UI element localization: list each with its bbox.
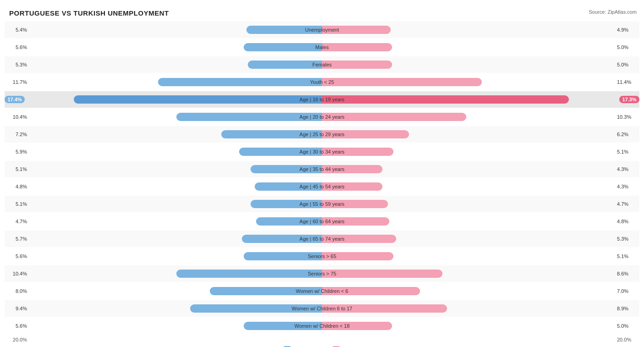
chart-row: 4.7%Age | 60 to 64 years4.8% bbox=[5, 213, 639, 230]
left-value: 10.4% bbox=[5, 114, 30, 120]
chart-row: 5.6%Males5.0% bbox=[5, 39, 639, 55]
left-value: 4.8% bbox=[5, 184, 30, 189]
right-value: 4.7% bbox=[614, 201, 639, 207]
chart-row: 4.8%Age | 45 to 54 years4.3% bbox=[5, 178, 639, 195]
chart-area: 5.4%Unemployment4.9%5.6%Males5.0%5.3%Fem… bbox=[5, 22, 639, 334]
right-value: 4.3% bbox=[614, 184, 639, 189]
bar-right bbox=[322, 95, 569, 104]
axis-left-label: 20.0% bbox=[5, 337, 30, 342]
right-value: 17.3% bbox=[619, 96, 639, 103]
axis-right-label: 20.0% bbox=[614, 337, 639, 342]
bars-center: Age | 60 to 64 years bbox=[30, 213, 614, 230]
bars-center: Women w/ Children < 6 bbox=[30, 283, 614, 299]
bar-left bbox=[176, 270, 322, 278]
chart-row: 5.3%Females5.0% bbox=[5, 56, 639, 73]
left-value: 5.7% bbox=[5, 236, 30, 242]
bars-center: Females bbox=[30, 56, 614, 73]
bars-center: Unemployment bbox=[30, 22, 614, 38]
bars-center: Age | 16 to 19 years bbox=[25, 91, 619, 108]
left-value: 5.6% bbox=[5, 323, 30, 329]
chart-row: 8.0%Women w/ Children < 67.0% bbox=[5, 283, 639, 299]
bars-center: Age | 55 to 59 years bbox=[30, 196, 614, 212]
bar-label: Age | 35 to 44 years bbox=[300, 166, 344, 172]
left-value: 11.7% bbox=[5, 79, 30, 85]
bar-right bbox=[322, 61, 392, 69]
source-label: Source: ZipAtlas.com bbox=[589, 9, 637, 15]
left-value: 9.4% bbox=[5, 306, 30, 311]
chart-title: PORTUGUESE VS TURKISH UNEMPLOYMENT bbox=[5, 9, 639, 17]
right-value: 4.3% bbox=[614, 166, 639, 172]
bar-label: Youth < 25 bbox=[310, 79, 334, 85]
left-value: 4.7% bbox=[5, 219, 30, 224]
right-value: 5.3% bbox=[614, 236, 639, 242]
chart-row: 5.1%Age | 55 to 59 years4.7% bbox=[5, 196, 639, 212]
chart-row: 5.6%Seniors > 655.1% bbox=[5, 248, 639, 264]
left-value: 7.2% bbox=[5, 132, 30, 137]
left-value: 5.6% bbox=[5, 253, 30, 259]
bar-right bbox=[322, 43, 392, 51]
right-value: 8.9% bbox=[614, 306, 639, 311]
bar-right bbox=[322, 78, 482, 86]
bar-label: Unemployment bbox=[305, 27, 339, 33]
chart-row: 5.1%Age | 35 to 44 years4.3% bbox=[5, 161, 639, 177]
bar-label: Age | 45 to 54 years bbox=[300, 184, 344, 189]
bar-label: Age | 65 to 74 years bbox=[300, 236, 344, 242]
right-value: 8.6% bbox=[614, 271, 639, 276]
right-value: 7.0% bbox=[614, 288, 639, 294]
left-value: 8.0% bbox=[5, 288, 30, 294]
left-value: 5.1% bbox=[5, 201, 30, 207]
right-value: 4.8% bbox=[614, 219, 639, 224]
bars-center: Males bbox=[30, 39, 614, 55]
bars-center: Youth < 25 bbox=[30, 74, 614, 90]
right-value: 5.0% bbox=[614, 44, 639, 50]
bar-label: Age | 30 to 34 years bbox=[300, 149, 344, 154]
bars-center: Age | 45 to 54 years bbox=[30, 178, 614, 195]
bars-center: Age | 20 to 24 years bbox=[30, 109, 614, 125]
chart-row: 10.4%Seniors > 758.6% bbox=[5, 265, 639, 282]
bars-center: Age | 25 to 29 years bbox=[30, 126, 614, 143]
chart-row: 5.6%Women w/ Children < 185.0% bbox=[5, 318, 639, 334]
bars-center: Women w/ Children 6 to 17 bbox=[30, 300, 614, 317]
chart-row: 5.7%Age | 65 to 74 years5.3% bbox=[5, 231, 639, 247]
bar-label: Age | 55 to 59 years bbox=[300, 201, 344, 207]
left-value: 5.1% bbox=[5, 166, 30, 172]
right-value: 5.0% bbox=[614, 323, 639, 329]
chart-row: 5.4%Unemployment4.9% bbox=[5, 22, 639, 38]
right-value: 4.9% bbox=[614, 27, 639, 33]
bar-label: Seniors > 75 bbox=[308, 271, 336, 276]
right-value: 5.0% bbox=[614, 62, 639, 67]
bar-label: Age | 25 to 29 years bbox=[300, 132, 344, 137]
right-value: 11.4% bbox=[614, 79, 639, 85]
bar-label: Males bbox=[315, 44, 328, 50]
left-value: 17.4% bbox=[5, 96, 25, 103]
bar-left bbox=[74, 95, 322, 104]
bar-left bbox=[248, 61, 322, 69]
bars-center: Women w/ Children < 18 bbox=[30, 318, 614, 334]
bar-label: Women w/ Children < 6 bbox=[296, 288, 348, 294]
bar-label: Age | 60 to 64 years bbox=[300, 219, 344, 224]
chart-row: 17.4%Age | 16 to 19 years17.3% bbox=[5, 91, 639, 108]
chart-row: 5.9%Age | 30 to 34 years5.1% bbox=[5, 143, 639, 160]
bar-left bbox=[244, 43, 322, 51]
bar-label: Women w/ Children 6 to 17 bbox=[292, 306, 352, 311]
bars-center: Age | 30 to 34 years bbox=[30, 143, 614, 160]
bar-label: Seniors > 65 bbox=[308, 253, 336, 259]
bars-center: Age | 65 to 74 years bbox=[30, 231, 614, 247]
right-value: 5.1% bbox=[614, 149, 639, 154]
bar-label: Women w/ Children < 18 bbox=[295, 323, 350, 329]
bar-label: Age | 20 to 24 years bbox=[300, 114, 344, 120]
chart-row: 10.4%Age | 20 to 24 years10.3% bbox=[5, 109, 639, 125]
right-value: 10.3% bbox=[614, 114, 639, 120]
left-value: 5.3% bbox=[5, 62, 30, 67]
bar-right bbox=[322, 270, 442, 278]
bar-label: Age | 16 to 19 years bbox=[300, 97, 344, 102]
left-value: 5.6% bbox=[5, 44, 30, 50]
bar-label: Females bbox=[312, 62, 332, 67]
chart-container: PORTUGUESE VS TURKISH UNEMPLOYMENT Sourc… bbox=[0, 0, 644, 347]
bars-center: Seniors > 65 bbox=[30, 248, 614, 264]
chart-row: 7.2%Age | 25 to 29 years6.2% bbox=[5, 126, 639, 143]
right-value: 5.1% bbox=[614, 253, 639, 259]
chart-row: 9.4%Women w/ Children 6 to 178.9% bbox=[5, 300, 639, 317]
left-value: 5.4% bbox=[5, 27, 30, 33]
left-value: 10.4% bbox=[5, 271, 30, 276]
